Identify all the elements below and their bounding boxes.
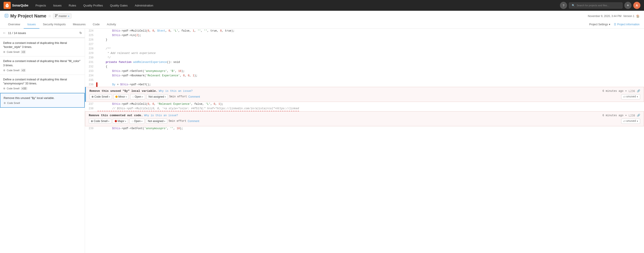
project-settings-link[interactable]: Project Settings ▾ — [589, 23, 610, 26]
main-content: ← 11 / 14 issues ↻ Define a constant ins… — [0, 29, 644, 253]
list-item[interactable]: Define a constant instead of duplicating… — [0, 56, 85, 75]
type-button-2[interactable]: ⊗ Code Smell ▾ — [89, 119, 111, 124]
nav-projects[interactable]: Projects — [33, 1, 49, 10]
info-icon: ☰ — [614, 23, 616, 26]
project-date: November 9, 2020, 3:44 PM — [588, 15, 622, 18]
why-link-1[interactable]: Why is this an issue? — [159, 90, 192, 93]
severity-button-2[interactable]: Major ▾ — [113, 119, 128, 124]
assignee-button-2[interactable]: Not assigned ▾ — [146, 119, 167, 124]
branch-badge[interactable]: master + — [53, 14, 72, 19]
smell-icon-3: ⊗ — [4, 101, 6, 105]
severity-button-1[interactable]: Minor ▾ — [113, 94, 129, 99]
status-button-2[interactable]: ○ Open ▾ — [130, 118, 144, 124]
project-header: My Project Name ☆ master + November 9, 2… — [0, 11, 644, 29]
code-line-237: 237 $this->pdf->MultiCell(0, 0, 'Relevan… — [85, 102, 644, 106]
issue-panel-2-controls: ⊗ Code Smell ▾ Major ▾ ○ Open ▾ — [85, 117, 644, 126]
effort-1: 5min effort — [169, 95, 187, 98]
tab-measures[interactable]: Measures — [69, 20, 89, 29]
code-line-235: 235 — [85, 78, 644, 82]
global-search[interactable]: 🔍 Search for projects and files... — [569, 3, 622, 9]
branch-icon — [55, 14, 58, 18]
list-item[interactable]: Define a constant instead of duplicating… — [0, 38, 85, 56]
project-info-link[interactable]: ☰ Project information — [614, 23, 640, 26]
minor-dot-1 — [116, 96, 118, 98]
time-chevron-2[interactable]: ▾ — [625, 114, 627, 117]
user-avatar[interactable]: A — [633, 2, 640, 9]
nav-quality-profiles[interactable]: Quality Profiles — [81, 1, 106, 10]
nav-rules[interactable]: Rules — [66, 1, 79, 10]
severity-chevron-2: ▾ — [125, 120, 126, 122]
status-chevron-2: ▾ — [141, 120, 142, 122]
issue-type-3: Code Smell — [7, 102, 20, 104]
nav-administration[interactable]: Administration — [132, 1, 156, 10]
smell-icon-1: ⊗ — [3, 69, 5, 72]
tag-chip-1[interactable]: 🏷 unused ▾ — [621, 94, 640, 99]
tab-issues[interactable]: Issues — [24, 20, 39, 29]
issue-title: Define a constant instead of duplicating… — [3, 59, 82, 67]
code-line-224: 224 $this->pdf->MultiCell(0, 0, $text, 0… — [85, 29, 644, 33]
effort-2: 5min effort — [168, 120, 186, 123]
time-chevron-1[interactable]: ▾ — [625, 89, 627, 93]
comment-button-2[interactable]: Comment — [188, 120, 199, 123]
type-button-1[interactable]: ⊗ Code Smell ▾ — [90, 94, 112, 99]
back-button[interactable]: ← — [3, 31, 6, 35]
issue-badge-0: +3 — [21, 50, 26, 54]
favorite-star[interactable]: ☆ — [48, 14, 51, 18]
home-icon[interactable]: 🏠 — [636, 15, 640, 18]
comment-button-1[interactable]: Comment — [188, 95, 200, 98]
issue-panel-2-title: Remove this commented out code. — [89, 114, 143, 117]
code-line-228: 228 /** — [85, 47, 644, 51]
tab-security-hotspots[interactable]: Security Hotspots — [39, 20, 69, 29]
issue-meta: ⊗ Code Smell +3 — [3, 50, 82, 54]
open-icon-2: ○ — [132, 119, 133, 123]
nav-issues[interactable]: Issues — [50, 1, 64, 10]
issue-1-line: L236 — [628, 90, 635, 93]
list-item[interactable]: Define a constant instead of duplicating… — [0, 75, 85, 93]
list-item[interactable]: Remove this unused "$y" local variable. … — [0, 93, 85, 108]
tab-overview[interactable]: Overview — [4, 20, 24, 29]
code-block: 224 $this->pdf->MultiCell(0, 0, $text, 0… — [85, 29, 644, 131]
tag-chevron-1: ▾ — [636, 95, 638, 99]
issue-1-time: 6 minutes ago — [602, 90, 624, 93]
code-line-233: 233 $this->pdf->SetFont('anonymouspro', … — [85, 69, 644, 73]
issue-meta: ⊗ Code Smell — [4, 101, 81, 105]
status-button-1[interactable]: ○ Open ▾ — [130, 94, 145, 99]
tag-chip-2[interactable]: 🏷 unused ▾ — [621, 119, 640, 124]
settings-label: Project Settings — [589, 23, 608, 26]
help-button[interactable]: ? — [560, 2, 567, 9]
nav-quality-gates[interactable]: Quality Gates — [107, 1, 130, 10]
issue-panel-1-controls: ⊗ Code Smell ▾ Minor ▾ ○ Open ▾ — [86, 93, 644, 102]
code-line-238: 238 // $this->pdf->MultiCell(0, 0, '<a s… — [85, 106, 644, 111]
severity-chevron-1: ▾ — [126, 96, 127, 98]
tag-icon-1: 🏷 — [623, 95, 626, 98]
project-name: My Project Name — [10, 14, 46, 19]
issues-list: Define a constant instead of duplicating… — [0, 38, 85, 253]
search-placeholder: Search for projects and files... — [577, 4, 609, 7]
issue-2-line: L238 — [628, 114, 635, 117]
issue-type-2: Code Smell — [7, 87, 20, 90]
issue-type-1: Code Smell — [7, 69, 20, 72]
code-line-239: 239 $this->pdf->SetFont('anonymouspro', … — [85, 126, 644, 131]
top-navigation: SonarQube Projects Issues Rules Quality … — [0, 0, 644, 11]
add-button[interactable]: + — [624, 2, 632, 9]
logo[interactable]: SonarQube — [4, 2, 28, 9]
assignee-button-1[interactable]: Not assigned ▾ — [146, 94, 168, 99]
code-line-225: 225 $this->pdf->Ln(2); — [85, 33, 644, 38]
refresh-button[interactable]: ↻ — [80, 31, 82, 35]
svg-point-2 — [56, 14, 58, 15]
why-link-2[interactable]: Why is this an issue? — [144, 114, 178, 117]
assignee-chevron-1: ▾ — [165, 96, 166, 98]
branch-add-icon[interactable]: + — [68, 14, 70, 18]
issue-title: Remove this unused "$y" local variable. — [4, 96, 81, 100]
code-line-230: 230 */ — [85, 56, 644, 60]
code-line-226: 226 } — [85, 38, 644, 42]
tab-code[interactable]: Code — [89, 20, 103, 29]
branch-name: master — [58, 15, 67, 18]
issue-meta: ⊗ Code Smell +33 — [3, 87, 82, 90]
code-line-229: 229 * Add relevant work experience — [85, 51, 644, 56]
link-icon-2[interactable]: 🔗 — [637, 114, 640, 117]
link-icon-1[interactable]: 🔗 — [637, 89, 640, 93]
issue-title: Define a constant instead of duplicating… — [3, 78, 82, 86]
tab-activity[interactable]: Activity — [103, 20, 120, 29]
search-icon: 🔍 — [572, 4, 575, 7]
